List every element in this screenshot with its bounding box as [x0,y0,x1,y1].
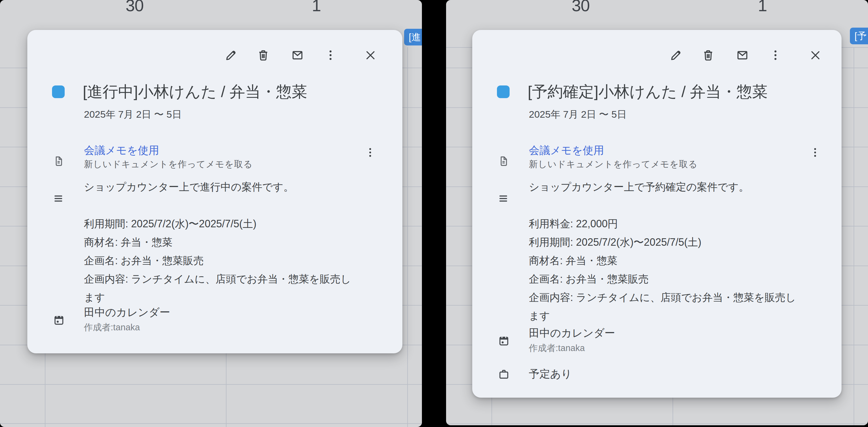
event-chip[interactable]: [予 [850,28,868,44]
notes-more-icon[interactable] [809,146,821,159]
grid-line [0,384,422,385]
description-line: ます [84,288,351,307]
grid-line [0,423,422,424]
description-line [84,196,351,215]
grid-line [407,47,408,427]
description-line: 企画名: お弁当・惣菜販売 [529,270,796,288]
description-line: 企画内容: ランチタイムに、店頭でお弁当・惣菜を販売し [529,288,796,307]
calendar-icon [53,314,65,326]
calendar-name: 田中のカレンダー [84,306,170,319]
description-line: ショップカウンター上で進行中の案件です。 [84,178,351,196]
close-icon[interactable] [364,49,377,62]
description-line: 利用期間: 2025/7/2(水)〜2025/7/5(土) [84,215,351,233]
briefcase-icon [498,368,510,380]
calendar-name: 田中のカレンダー [529,327,615,340]
calendar-creator: 作成者:tanaka [529,342,585,354]
event-date-range: 2025年 7月 2日 〜 5日 [84,108,182,120]
edit-icon[interactable] [224,49,238,62]
description-icon [498,193,509,204]
day-number-30: 30 [126,0,144,16]
description-line [529,196,796,215]
calendar-background-right: 30 1 [予 [予約確定]小林けんた / 弁当・惣菜 2025年 7月 2日 … [446,0,868,425]
event-date-range: 2025年 7月 2日 〜 5日 [529,108,626,120]
meeting-notes-hint: 新しいドキュメントを作ってメモを取る [529,159,698,170]
delete-icon[interactable] [702,49,715,62]
day-number-1: 1 [758,0,767,16]
description-line: 企画内容: ランチタイムに、店頭でお弁当・惣菜を販売し [84,270,351,288]
event-chip[interactable]: [進 [404,29,422,46]
event-title: [予約確定]小林けんた / 弁当・惣菜 [528,81,768,102]
day-number-1: 1 [312,0,321,16]
event-color-square [497,85,509,98]
more-options-icon[interactable] [769,49,782,62]
description-line: ショップカウンター上で予約確定の案件です。 [529,178,796,196]
document-icon [498,155,509,167]
busy-status: 予定あり [529,367,572,381]
close-icon[interactable] [809,49,822,62]
email-icon[interactable] [291,49,304,62]
grid-line [854,47,854,425]
event-popup: [予約確定]小林けんた / 弁当・惣菜 2025年 7月 2日 〜 5日 会議メ… [472,30,842,398]
grid-line [446,424,868,424]
event-description: ショップカウンター上で進行中の案件です。利用期間: 2025/7/2(水)〜20… [84,178,351,307]
event-title: [進行中]小林けんた / 弁当・惣菜 [83,81,307,102]
event-description: ショップカウンター上で予約確定の案件です。利用料金: 22,000円利用期間: … [529,178,796,325]
meeting-notes-link[interactable]: 会議メモを使用 [529,144,604,157]
description-line: ます [529,307,796,325]
edit-icon[interactable] [670,49,683,62]
description-line: 利用期間: 2025/7/2(水)〜2025/7/5(土) [529,233,796,252]
notes-more-icon[interactable] [364,146,376,159]
meeting-notes-hint: 新しいドキュメントを作ってメモを取る [84,159,253,170]
document-icon [53,155,65,167]
calendar-creator: 作成者:tanaka [84,322,140,333]
more-options-icon[interactable] [324,49,337,62]
delete-icon[interactable] [257,49,270,62]
calendar-icon [498,334,510,347]
event-popup: [進行中]小林けんた / 弁当・惣菜 2025年 7月 2日 〜 5日 会議メモ… [27,30,402,353]
day-number-30: 30 [572,0,590,16]
description-line: 企画名: お弁当・惣菜販売 [84,252,351,270]
event-color-square [52,85,65,98]
description-icon [53,193,64,204]
email-icon[interactable] [736,49,749,62]
description-line: 商材名: 弁当・惣菜 [529,252,796,270]
description-line: 利用料金: 22,000円 [529,215,796,233]
description-line: 商材名: 弁当・惣菜 [84,233,351,252]
calendar-background-left: 30 1 [進 [進行中]小林けんた / 弁当・惣菜 2025年 7月 2日 〜… [0,0,422,427]
meeting-notes-link[interactable]: 会議メモを使用 [84,144,159,157]
